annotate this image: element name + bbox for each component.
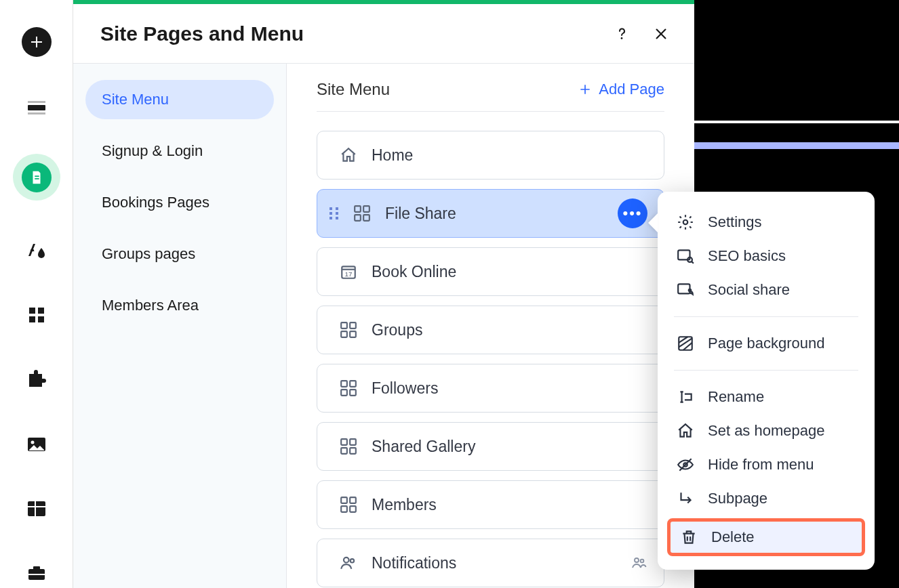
- svg-rect-38: [341, 506, 347, 512]
- ctx-item-label: Hide from menu: [708, 456, 814, 474]
- ctx-settings[interactable]: Settings: [658, 205, 875, 239]
- rail-data-button[interactable]: [22, 494, 52, 523]
- add-page-button[interactable]: Add Page: [578, 81, 664, 98]
- page-context-menu: Settings SEO basics Social share Page ba…: [658, 192, 875, 570]
- rail-add-button[interactable]: [22, 27, 52, 57]
- svg-rect-30: [341, 390, 347, 396]
- sidebar-item-groups-pages[interactable]: Groups pages: [85, 234, 274, 274]
- rail-apps-button[interactable]: [22, 300, 52, 329]
- ellipsis-icon: •••: [622, 206, 642, 221]
- page-item-label: Groups: [372, 321, 422, 339]
- pages-doc-icon: [29, 170, 44, 185]
- svg-rect-29: [350, 381, 356, 387]
- svg-point-40: [344, 558, 349, 563]
- sidebar-item-signup-login[interactable]: Signup & Login: [85, 131, 274, 171]
- svg-rect-8: [38, 316, 44, 322]
- svg-rect-20: [355, 215, 361, 221]
- ctx-item-label: Page background: [708, 335, 824, 352]
- close-icon: [654, 26, 668, 41]
- help-button[interactable]: [613, 25, 631, 43]
- svg-rect-28: [341, 381, 347, 387]
- svg-rect-33: [350, 439, 356, 445]
- page-item-followers[interactable]: Followers: [317, 364, 664, 413]
- add-page-label: Add Page: [599, 81, 664, 98]
- editor-left-rail: [0, 0, 73, 588]
- svg-rect-5: [29, 308, 35, 314]
- page-item-notifications[interactable]: Notifications: [317, 539, 664, 587]
- page-item-label: Followers: [372, 379, 438, 398]
- app-page-icon: [339, 320, 358, 339]
- panel-title: Site Pages and Menu: [100, 22, 304, 45]
- svg-rect-16: [28, 574, 45, 575]
- members-badge-icon: [631, 555, 647, 571]
- ctx-hide-from-menu[interactable]: Hide from menu: [658, 448, 875, 482]
- calendar-icon: 17: [339, 262, 358, 281]
- sidebar-item-members-area[interactable]: Members Area: [85, 286, 274, 325]
- svg-point-17: [621, 37, 623, 39]
- svg-rect-11: [28, 501, 45, 516]
- rail-design-button[interactable]: [22, 236, 52, 265]
- page-item-book-online[interactable]: 17 Book Online: [317, 247, 664, 296]
- svg-rect-19: [363, 206, 369, 212]
- svg-point-41: [351, 559, 354, 562]
- page-list: Home File Share ••• 17 Book Online: [317, 131, 664, 587]
- svg-rect-3: [35, 175, 39, 177]
- page-item-home[interactable]: Home: [317, 131, 664, 180]
- svg-rect-26: [341, 331, 347, 337]
- sidebar-item-bookings-pages[interactable]: Bookings Pages: [85, 183, 274, 222]
- svg-rect-15: [33, 566, 40, 570]
- page-item-label: Shared Gallery: [372, 438, 475, 456]
- svg-rect-0: [28, 105, 45, 110]
- sidebar-item-site-menu[interactable]: Site Menu: [85, 80, 274, 119]
- four-squares-icon: [26, 304, 47, 326]
- svg-text:17: 17: [345, 270, 353, 278]
- page-item-file-share[interactable]: File Share •••: [317, 189, 664, 238]
- section-strip-icon: [26, 96, 47, 118]
- rail-extensions-button[interactable]: [22, 365, 52, 394]
- pages-heading: Site Menu: [317, 80, 390, 99]
- rail-pages-button[interactable]: [13, 154, 60, 201]
- ctx-item-label: Social share: [708, 281, 790, 299]
- ctx-page-background[interactable]: Page background: [658, 327, 875, 360]
- ctx-item-label: SEO basics: [708, 247, 786, 265]
- rename-icon: [677, 388, 694, 406]
- rail-business-button[interactable]: [22, 559, 52, 588]
- ctx-seo-basics[interactable]: SEO basics: [658, 239, 875, 273]
- ctx-set-homepage[interactable]: Set as homepage: [658, 414, 875, 448]
- ctx-subpage[interactable]: Subpage: [658, 482, 875, 516]
- subpage-icon: [677, 490, 694, 507]
- svg-rect-13: [35, 501, 36, 516]
- ctx-item-label: Settings: [708, 213, 762, 231]
- svg-rect-21: [363, 215, 369, 221]
- page-item-groups[interactable]: Groups: [317, 306, 664, 354]
- ctx-rename[interactable]: Rename: [658, 380, 875, 414]
- svg-rect-47: [678, 284, 690, 293]
- svg-rect-25: [350, 322, 356, 329]
- svg-rect-32: [341, 439, 347, 445]
- svg-rect-1: [28, 101, 45, 103]
- ctx-social-share[interactable]: Social share: [658, 273, 875, 307]
- table-icon: [26, 498, 47, 520]
- svg-rect-12: [28, 506, 45, 507]
- app-page-icon: [339, 437, 358, 456]
- menu-arrow-icon: [648, 213, 658, 232]
- puzzle-icon: [26, 369, 47, 390]
- ctx-delete[interactable]: Delete: [667, 518, 865, 556]
- close-button[interactable]: [652, 25, 670, 43]
- page-item-shared-gallery[interactable]: Shared Gallery: [317, 422, 664, 471]
- svg-rect-31: [350, 390, 356, 396]
- svg-point-10: [31, 440, 34, 444]
- rail-sections-button[interactable]: [22, 92, 52, 121]
- image-icon: [26, 434, 47, 455]
- question-icon: [614, 26, 630, 42]
- page-item-members[interactable]: Members: [317, 480, 664, 529]
- page-item-label: Members: [372, 496, 437, 514]
- svg-point-42: [635, 558, 639, 562]
- social-share-icon: [677, 281, 694, 299]
- drag-handle-icon[interactable]: [329, 207, 339, 219]
- page-more-button[interactable]: •••: [618, 198, 647, 228]
- svg-rect-24: [341, 322, 347, 329]
- rail-media-button[interactable]: [22, 429, 52, 459]
- gear-icon: [677, 213, 694, 231]
- plus-icon: [578, 83, 592, 96]
